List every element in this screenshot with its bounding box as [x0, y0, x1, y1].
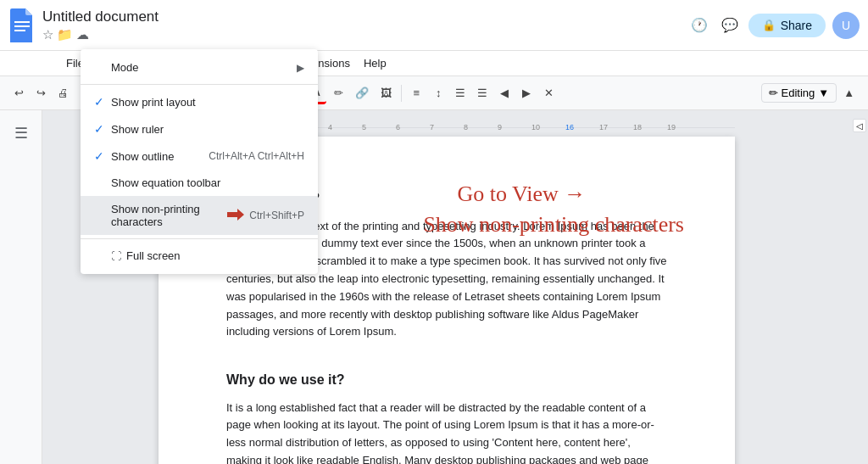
list-bullet-button[interactable]: ☰ — [450, 83, 470, 103]
pencil-icon: ✏ — [769, 87, 778, 99]
editing-mode-selector[interactable]: ✏ Editing ▼ — [761, 83, 837, 103]
comments-icon-btn[interactable]: 💬 — [718, 14, 742, 37]
dropdown-separator-1 — [81, 84, 318, 85]
print-button[interactable]: 🖨 — [53, 83, 74, 103]
menu-help[interactable]: Help — [357, 53, 393, 73]
editing-mode-label: Editing — [782, 87, 815, 99]
menu-item-equation-toolbar[interactable]: Show equation toolbar — [81, 170, 318, 196]
print-layout-label: Show print layout — [111, 96, 304, 109]
outline-shortcut: Ctrl+Alt+A Ctrl+Alt+H — [209, 150, 304, 162]
insert-image-button[interactable]: 🖼 — [376, 83, 397, 103]
heading-why-use: Why do we use it? — [226, 369, 667, 391]
indent-increase[interactable]: ▶ — [516, 83, 537, 103]
editing-chevron-icon: ▼ — [818, 87, 829, 99]
clear-formatting[interactable]: ✕ — [538, 83, 559, 103]
highlight-button[interactable]: ✏ — [328, 83, 348, 103]
link-button[interactable]: 🔗 — [350, 83, 374, 103]
line-spacing-button[interactable]: ↕ — [428, 83, 448, 103]
expand-button[interactable]: ◁ — [853, 119, 866, 132]
mode-label: Mode — [111, 61, 297, 74]
title-area: Untitled document ☆ 📁 ☁ — [42, 8, 687, 42]
lock-icon: 🔒 — [762, 19, 776, 31]
non-printing-shortcut: Ctrl+Shift+P — [249, 210, 304, 221]
top-bar: Untitled document ☆ 📁 ☁ 🕐 💬 🔒 Share U — [0, 0, 868, 51]
menu-item-non-printing[interactable]: Show non-printing characters Ctrl+Shift+… — [81, 196, 318, 235]
non-printing-label: Show non-printing characters — [111, 203, 227, 228]
red-arrow-icon — [227, 209, 244, 223]
right-panel: ◁ — [851, 110, 868, 464]
sidebar-left: ☰ — [0, 110, 42, 464]
redo-button[interactable]: ↪ — [31, 83, 51, 103]
toolbar-separator-4 — [401, 85, 402, 102]
ruler-check: ✓ — [94, 122, 111, 136]
hamburger-menu-button[interactable]: ☰ — [9, 119, 33, 148]
topbar-right: 🕐 💬 🔒 Share U — [687, 12, 860, 39]
fullscreen-icon: ⛶ — [111, 250, 121, 262]
share-label: Share — [781, 19, 812, 32]
share-button[interactable]: 🔒 Share — [748, 14, 826, 37]
svg-marker-3 — [227, 209, 244, 221]
align-button[interactable]: ≡ — [406, 83, 426, 103]
menu-item-outline[interactable]: ✓ Show outline Ctrl+Alt+A Ctrl+Alt+H — [81, 143, 318, 170]
cloud-icon[interactable]: ☁ — [76, 27, 89, 42]
undo-button[interactable]: ↩ — [8, 83, 29, 103]
list-number-button[interactable]: ☰ — [472, 83, 492, 103]
title-icons: ☆ 📁 ☁ — [42, 27, 687, 42]
mode-arrow-icon: ▶ — [297, 62, 304, 74]
outline-check: ✓ — [94, 149, 111, 163]
star-icon[interactable]: ☆ — [42, 27, 53, 42]
avatar[interactable]: U — [832, 12, 860, 39]
outline-label: Show outline — [111, 150, 209, 163]
history-icon-btn[interactable]: 🕐 — [687, 14, 711, 37]
indent-decrease[interactable]: ◀ — [494, 83, 515, 103]
folder-icon[interactable]: 📁 — [57, 27, 73, 42]
collapse-toolbar-button[interactable]: ▲ — [838, 83, 860, 103]
paragraph-why-use: It is a long established fact that a rea… — [226, 400, 667, 464]
dropdown-separator-2 — [81, 238, 318, 239]
menu-item-full-screen[interactable]: ⛶ Full screen — [81, 243, 318, 269]
menu-item-print-layout[interactable]: ✓ Show print layout — [81, 88, 318, 115]
equation-label: Show equation toolbar — [111, 176, 304, 189]
fullscreen-label: Full screen — [126, 249, 304, 262]
menu-item-ruler[interactable]: ✓ Show ruler — [81, 115, 318, 143]
menu-item-mode[interactable]: Mode ▶ — [81, 54, 318, 81]
view-dropdown-menu: Mode ▶ ✓ Show print layout ✓ Show ruler … — [81, 49, 318, 274]
ruler-label: Show ruler — [111, 123, 304, 136]
google-docs-logo — [8, 8, 36, 42]
doc-title[interactable]: Untitled document — [42, 8, 687, 25]
print-layout-check: ✓ — [94, 95, 111, 109]
